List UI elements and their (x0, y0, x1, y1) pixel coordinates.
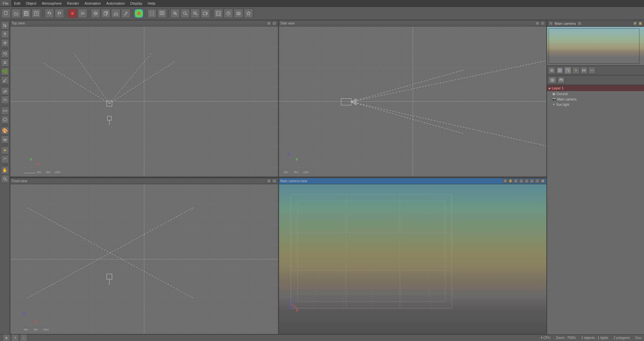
cube-button[interactable] (101, 9, 110, 18)
terrain-button[interactable] (111, 9, 120, 18)
cp-settings-btn[interactable]: ⚙ (633, 21, 637, 26)
tree-item-ground[interactable]: ▦ Ground (547, 91, 644, 96)
menu-render[interactable]: Render (64, 0, 82, 6)
cv-btn3[interactable]: Z (514, 179, 518, 183)
brush-tool[interactable] (1, 76, 9, 84)
layers-tool[interactable] (1, 135, 9, 143)
tool-sep3 (2, 105, 8, 106)
tree-item-camera[interactable]: 📷 Main camera (547, 96, 644, 102)
side-view-content[interactable]: Z Y 0m 5m 10m (279, 26, 547, 177)
new-button[interactable] (1, 9, 11, 18)
menu-object[interactable]: Object (23, 0, 39, 6)
menu-help[interactable]: Help (145, 0, 158, 6)
menu-automation[interactable]: Automation (104, 0, 128, 6)
render-region-button[interactable] (147, 9, 157, 18)
text-tool[interactable]: T (1, 30, 9, 38)
rp-btn-view[interactable] (548, 67, 555, 74)
atmosphere-tool[interactable] (1, 155, 9, 163)
move-tool[interactable] (1, 39, 9, 47)
cp-right-btn[interactable]: > (577, 21, 582, 26)
top-view-content[interactable]: Y X 0m 5m 10m (10, 26, 278, 177)
open-button[interactable] (11, 9, 21, 18)
fv-menu-btn[interactable]: ≡ (267, 179, 271, 183)
magnify-tool[interactable] (1, 175, 9, 183)
fv-max-btn[interactable]: □ (272, 179, 277, 183)
cv-btn6[interactable]: ▷ (530, 179, 534, 183)
scale-tool[interactable] (1, 59, 9, 67)
paint-button[interactable] (121, 9, 130, 18)
cv-btn2[interactable]: ⚡ (508, 179, 513, 183)
cp-left-btn[interactable]: < (548, 21, 553, 26)
tree-item-light[interactable]: ☀ Sun light (547, 102, 644, 107)
render-button[interactable] (157, 9, 167, 18)
camera-view-button[interactable] (201, 9, 210, 18)
rp-btn-grid[interactable] (556, 67, 564, 74)
cv-max-btn[interactable]: ⊞ (540, 179, 545, 183)
svg-text:X: X (296, 308, 299, 312)
svg-point-52 (3, 178, 6, 180)
vp-menu-btn[interactable]: ≡ (267, 21, 271, 26)
sv-menu-btn[interactable]: ≡ (535, 21, 540, 26)
rp-btn-wave[interactable] (588, 67, 596, 74)
side-view-viewport[interactable]: Side view ≡ □ (279, 20, 547, 177)
camera-view-viewport[interactable]: Main camera view ≡ ⚡ Z ◻ ◁ ▷ □ ⊞ (279, 178, 547, 335)
paint-terrain-tool[interactable]: 🌿 (1, 67, 9, 75)
svg-line-42 (4, 61, 4, 62)
select-tool[interactable] (1, 21, 9, 29)
play-button[interactable] (78, 9, 87, 18)
zoom-out-button[interactable] (191, 9, 200, 18)
animation-opts-button[interactable] (224, 9, 233, 18)
hand-tool[interactable]: ✋ (1, 166, 9, 174)
cv-btn5[interactable]: ◁ (524, 179, 529, 183)
menu-animation[interactable]: Animation (82, 0, 104, 6)
cp-lock-btn[interactable]: 🔒 (638, 21, 643, 26)
status-settings-btn[interactable]: ⚙ (3, 334, 10, 341)
rp2-btn2[interactable] (557, 76, 565, 84)
render-opts-button[interactable] (214, 9, 223, 18)
color-button[interactable] (134, 9, 144, 18)
top-view-viewport[interactable]: Top view ≡ □ (10, 20, 279, 177)
camera-preview-thumbnail[interactable] (547, 27, 644, 65)
record-button[interactable] (68, 9, 77, 18)
front-view-content[interactable]: Z X 0m 5m 10m (10, 184, 278, 334)
cv-btn4[interactable]: ◻ (519, 179, 524, 183)
polygon-tool[interactable] (1, 116, 9, 124)
zoom-in-button[interactable] (180, 9, 190, 18)
front-view-viewport[interactable]: Front view ≡ □ (10, 178, 279, 335)
sphere-button[interactable] (91, 9, 100, 18)
tool-sep2 (2, 85, 8, 86)
save-button[interactable] (21, 9, 31, 18)
camera-view-header: Main camera view ≡ ⚡ Z ◻ ◁ ▷ □ ⊞ (279, 178, 547, 184)
menu-edit[interactable]: Edit (11, 0, 23, 6)
menu-file[interactable]: File (0, 0, 11, 6)
zoom-fit-button[interactable] (170, 9, 180, 18)
rp-btn-pause[interactable] (580, 67, 588, 74)
undo-button[interactable] (45, 9, 54, 18)
status-help-btn[interactable]: ? (11, 334, 19, 341)
sep5 (145, 9, 146, 17)
sv-max-btn[interactable]: □ (540, 21, 545, 26)
menu-atmosphere[interactable]: Atmosphere (39, 0, 64, 6)
camera-view-content[interactable]: Z X (279, 184, 547, 334)
svg-rect-30 (219, 13, 220, 15)
menu-display[interactable]: Display (127, 0, 145, 6)
svg-point-9 (94, 13, 97, 14)
curve-tool[interactable] (1, 96, 9, 104)
light-tool[interactable]: ☀ (1, 146, 9, 154)
status-info-btn[interactable]: i (20, 334, 28, 341)
export-button[interactable] (32, 9, 41, 18)
material-tool[interactable]: 🎨 (1, 127, 9, 135)
rotate-tool[interactable] (1, 50, 9, 58)
rp-btn-sun[interactable]: ☀ (572, 67, 580, 74)
rp2-btn1[interactable] (548, 76, 557, 84)
eraser-tool[interactable] (1, 87, 9, 95)
effects-button[interactable] (244, 9, 253, 18)
rp-btn-rotate[interactable] (564, 67, 572, 74)
top-view-header: Top view ≡ □ (10, 20, 278, 26)
camera-opts-button[interactable] (234, 9, 243, 18)
redo-button[interactable] (55, 9, 64, 18)
measure-tool[interactable] (1, 107, 9, 115)
cv-btn1[interactable]: ≡ (503, 179, 507, 183)
vp-max-btn[interactable]: □ (272, 21, 277, 26)
cv-btn7[interactable]: □ (535, 179, 540, 183)
